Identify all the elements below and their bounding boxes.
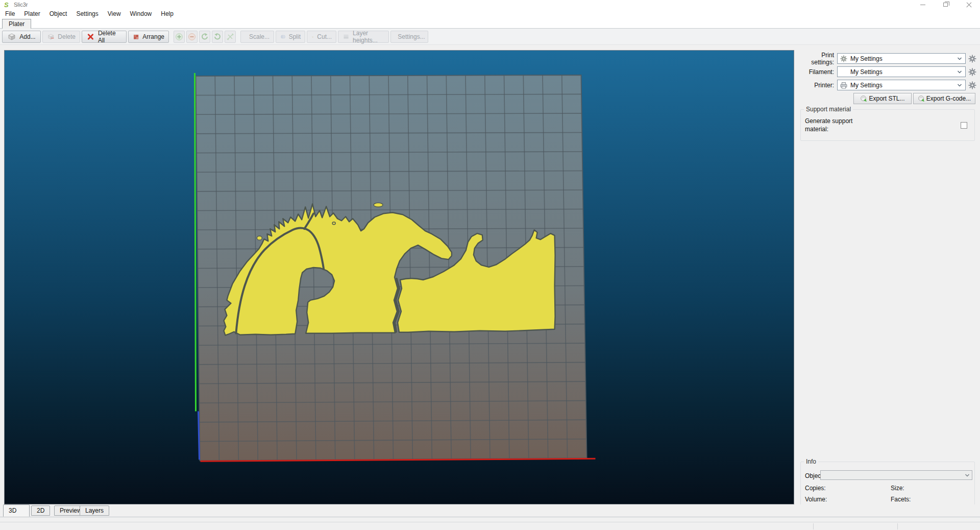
export-gcode-button[interactable]: Export G-code... xyxy=(913,93,975,104)
status-bar xyxy=(0,522,980,530)
tab-layers[interactable]: Layers xyxy=(80,505,109,516)
tab-2d[interactable]: 2D xyxy=(31,505,50,516)
settings-button[interactable]: Settings... xyxy=(390,31,428,43)
chevron-down-icon xyxy=(957,70,962,74)
decrease-copies-button[interactable] xyxy=(186,31,198,43)
minimize-icon xyxy=(920,5,925,5)
notebook-tab-row: Plater xyxy=(0,18,980,29)
delete-object-icon xyxy=(47,31,55,42)
filament-gear-button[interactable] xyxy=(968,68,976,76)
printer-row: Printer: My Settings xyxy=(800,80,978,90)
facets-label: Facets: xyxy=(891,496,911,503)
scale-arrows-icon xyxy=(226,31,235,42)
volume-label: Volume: xyxy=(805,496,827,503)
status-separator xyxy=(897,523,898,529)
cut-button[interactable]: Cut... xyxy=(307,31,336,43)
preset-blank-icon xyxy=(840,68,848,76)
split-icon xyxy=(280,31,286,42)
filament-label: Filament: xyxy=(800,68,837,76)
rotate-cw-icon xyxy=(213,31,222,42)
printer-combo[interactable]: My Settings xyxy=(837,80,966,90)
close-button[interactable] xyxy=(957,0,980,9)
tab-plater[interactable]: Plater xyxy=(2,19,31,29)
delete-all-button[interactable]: Delete All xyxy=(82,31,127,43)
chevron-down-icon xyxy=(957,57,962,61)
menu-file[interactable]: File xyxy=(1,9,19,18)
size-label: Size: xyxy=(891,485,904,492)
menu-view[interactable]: View xyxy=(103,9,126,18)
export-stl-icon xyxy=(860,95,868,103)
info-row-1: Copies: Size: xyxy=(805,485,973,492)
add-object-icon xyxy=(7,31,16,42)
plus-circle-icon xyxy=(175,31,184,42)
toolbar: Add... Delete Delete All Arrange Scale..… xyxy=(0,29,980,45)
increase-copies-button[interactable] xyxy=(174,31,185,43)
filament-combo[interactable]: My Settings xyxy=(837,66,966,77)
menu-help[interactable]: Help xyxy=(156,9,178,18)
viewport-painted-scene xyxy=(5,51,794,504)
arrange-icon xyxy=(133,31,139,42)
settings-gear-icon xyxy=(394,31,395,42)
info-group-label: Info xyxy=(804,458,818,465)
export-stl-button[interactable]: Export STL... xyxy=(853,93,912,104)
preset-gear-icon xyxy=(840,55,848,62)
chevron-down-icon xyxy=(957,83,962,87)
support-material-group: Support material Generate support materi… xyxy=(800,109,975,141)
split-button[interactable]: Split xyxy=(276,31,305,43)
filament-row: Filament: My Settings xyxy=(800,66,978,77)
window-title: Slic3r xyxy=(14,2,28,8)
restore-icon xyxy=(943,3,948,7)
minimize-button[interactable] xyxy=(911,0,934,9)
delete-all-icon xyxy=(86,31,95,42)
scale-button[interactable]: Scale... xyxy=(240,31,274,43)
copies-label: Copies: xyxy=(805,485,826,492)
printer-label: Printer: xyxy=(800,82,837,89)
generate-support-checkbox[interactable] xyxy=(961,122,967,129)
printer-icon xyxy=(840,82,848,89)
generate-support-label: Generate support material: xyxy=(805,117,866,133)
export-gcode-icon xyxy=(918,95,925,103)
status-separator xyxy=(813,523,814,529)
printer-gear-button[interactable] xyxy=(968,81,976,89)
viewport-canvas xyxy=(5,51,794,504)
print-settings-combo[interactable]: My Settings xyxy=(837,53,966,64)
rotate-ccw-button[interactable] xyxy=(199,31,210,43)
cut-icon xyxy=(311,31,314,42)
minus-circle-icon xyxy=(187,31,197,42)
close-icon xyxy=(966,2,971,7)
object-combo[interactable] xyxy=(820,470,972,480)
chevron-down-icon xyxy=(965,473,970,477)
slic3r-logo-icon: S xyxy=(4,2,11,8)
menu-bar: File Plater Object Settings View Window … xyxy=(0,9,980,18)
scale-handles-button[interactable] xyxy=(225,31,236,43)
restore-button[interactable] xyxy=(934,0,957,9)
arrange-button[interactable]: Arrange xyxy=(128,31,169,43)
print-settings-label: Print settings: xyxy=(800,52,837,66)
rotate-ccw-icon xyxy=(200,31,209,42)
view-tab-rule xyxy=(0,517,980,517)
add-button[interactable]: Add... xyxy=(2,31,41,43)
layer-heights-button[interactable]: Layer heights... xyxy=(338,31,389,43)
rotate-cw-button[interactable] xyxy=(212,31,223,43)
print-settings-gear-button[interactable] xyxy=(968,55,976,63)
menu-window[interactable]: Window xyxy=(126,9,157,18)
plater-3d-viewport[interactable] xyxy=(4,50,794,504)
layer-heights-icon xyxy=(342,31,350,42)
menu-object[interactable]: Object xyxy=(45,9,72,18)
support-material-group-label: Support material xyxy=(804,106,853,113)
scale-icon xyxy=(245,31,246,42)
export-row: Export STL... Export G-code... xyxy=(796,93,980,104)
menu-settings[interactable]: Settings xyxy=(71,9,103,18)
title-bar: S Slic3r xyxy=(0,0,980,9)
info-row-2: Volume: Facets: xyxy=(805,496,973,503)
menu-plater[interactable]: Plater xyxy=(19,9,44,18)
settings-panel: Print settings: My Settings Filament: My… xyxy=(796,50,980,519)
print-settings-row: Print settings: My Settings xyxy=(800,53,978,64)
view-tab-bar: 3D 2D Preview Layers xyxy=(0,504,980,519)
delete-button[interactable]: Delete xyxy=(42,31,80,43)
tab-3d[interactable]: 3D xyxy=(3,504,30,517)
